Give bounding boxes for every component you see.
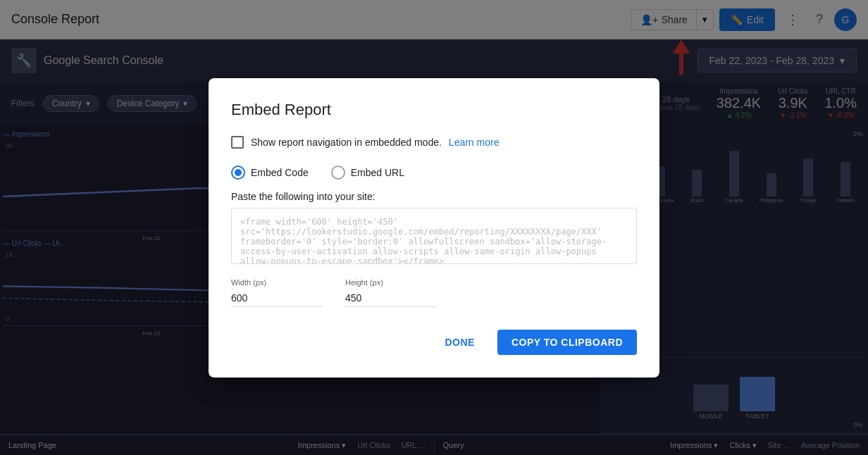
modal-title: Embed Report	[231, 101, 637, 119]
embed-type-radio-group: Embed Code Embed URL	[231, 166, 637, 180]
embed-code-option[interactable]: Embed Code	[231, 166, 309, 180]
width-input[interactable]	[231, 289, 323, 307]
embed-report-modal: Embed Report Show report navigation in e…	[209, 78, 659, 378]
embed-code-textarea[interactable]	[231, 208, 637, 264]
paste-instruction: Paste the following into your site:	[231, 191, 637, 202]
height-group: Height (px)	[345, 278, 437, 307]
learn-more-link[interactable]: Learn more	[449, 137, 500, 148]
done-button[interactable]: DONE	[433, 331, 485, 354]
copy-to-clipboard-button[interactable]: COPY TO CLIPBOARD	[497, 330, 637, 355]
embed-code-radio[interactable]	[231, 166, 245, 180]
height-input[interactable]	[345, 289, 437, 307]
dimensions-row: Width (px) Height (px)	[231, 278, 637, 307]
embed-url-option[interactable]: Embed URL	[331, 166, 404, 180]
navigation-checkbox-row: Show report navigation in embedded mode.…	[231, 136, 637, 149]
width-group: Width (px)	[231, 278, 323, 307]
embed-url-radio[interactable]	[331, 166, 345, 180]
modal-footer: DONE COPY TO CLIPBOARD	[231, 330, 637, 355]
modal-overlay: Embed Report Show report navigation in e…	[0, 0, 868, 455]
navigation-checkbox[interactable]	[231, 136, 244, 149]
